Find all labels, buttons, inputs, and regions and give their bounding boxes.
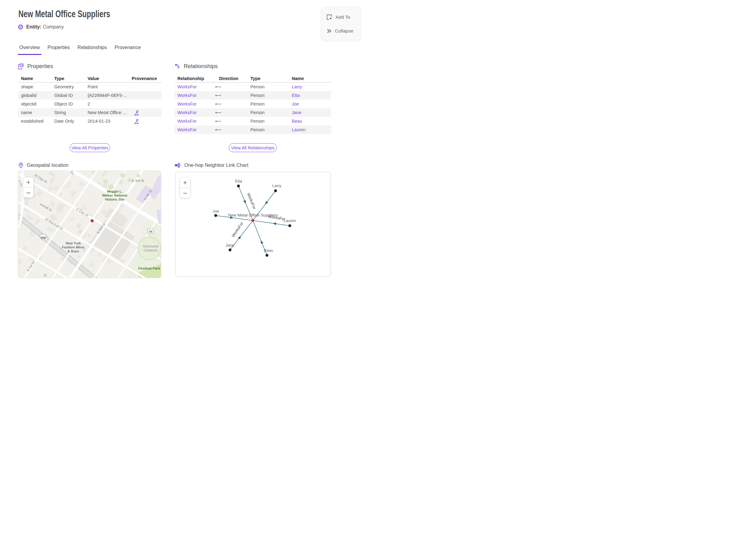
svg-text:33: 33 [149,230,152,233]
svg-text:Jane: Jane [225,243,234,247]
svg-text:Walker National: Walker National [102,194,127,197]
svg-text:Fashion Mens: Fashion Mens [62,245,84,249]
svg-text:WorksFor: WorksFor [246,192,257,210]
svg-text:N 3rd St: N 3rd St [132,179,144,182]
svg-text:250: 250 [40,236,45,239]
svg-text:Beau: Beau [264,248,273,253]
svg-text:Larry: Larry [272,183,282,188]
svg-text:& Boys: & Boys [67,249,79,253]
svg-text:New York: New York [66,241,81,245]
svg-text:WorksFor: WorksFor [268,214,286,221]
svg-text:Etta: Etta [235,179,242,183]
svg-text:Joe: Joe [213,209,219,213]
svg-text:WorksFor: WorksFor [231,221,244,238]
svg-text:Coliseum: Coliseum [144,248,158,252]
svg-text:Maggie L.: Maggie L. [107,190,123,193]
svg-text:Historic Site: Historic Site [105,198,125,201]
svg-text:Lauren: Lauren [284,218,296,223]
svg-text:Festival Park: Festival Park [139,267,161,270]
svg-text:Richmond: Richmond [143,244,158,248]
